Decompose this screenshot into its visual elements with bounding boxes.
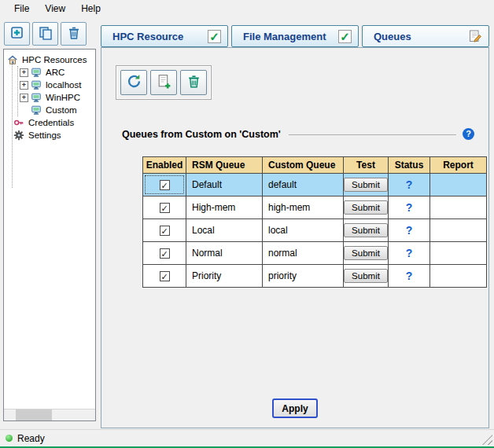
- status-bar: Ready: [0, 429, 494, 446]
- resource-tree-panel: HPC Resources ARC: [3, 49, 96, 421]
- submit-button[interactable]: Submit: [344, 269, 388, 283]
- menu-help[interactable]: Help: [73, 0, 109, 19]
- submit-button[interactable]: Submit: [344, 178, 388, 192]
- cluster-icon: [31, 92, 42, 103]
- table-row[interactable]: High-mem high-mem Submit ?: [143, 196, 487, 219]
- custom-queue-cell[interactable]: default: [263, 174, 344, 196]
- tab-hpc-resource[interactable]: HPC Resource ✓: [101, 25, 228, 47]
- enabled-checkbox[interactable]: [160, 203, 170, 213]
- enabled-cell: [143, 265, 186, 288]
- enabled-checkbox[interactable]: [160, 226, 170, 236]
- custom-queue-cell[interactable]: priority: [263, 265, 344, 288]
- enabled-checkbox[interactable]: [160, 180, 170, 190]
- add-queue-button[interactable]: [150, 70, 177, 95]
- scrollbar-thumb[interactable]: [16, 409, 52, 420]
- delete-queue-button[interactable]: [180, 70, 207, 95]
- status-unknown-icon: ?: [406, 270, 413, 282]
- table-row[interactable]: Priority priority Submit ?: [143, 265, 487, 288]
- report-cell: [430, 219, 487, 242]
- tree-item-label: Credentials: [27, 118, 76, 127]
- table-row[interactable]: Local local Submit ?: [143, 219, 487, 242]
- tree-item-custom[interactable]: Custom: [20, 104, 94, 116]
- col-header-custom-queue[interactable]: Custom Queue: [263, 157, 344, 174]
- refresh-icon: [126, 73, 142, 92]
- status-cell: ?: [389, 219, 430, 242]
- submit-button[interactable]: Submit: [344, 200, 388, 215]
- resource-toolbar: [4, 22, 87, 46]
- arrow-left-icon: [6, 412, 12, 418]
- tree-horizontal-scrollbar[interactable]: [4, 409, 95, 420]
- add-resource-button[interactable]: [4, 22, 30, 46]
- table-row[interactable]: Default default Submit ?: [143, 174, 487, 196]
- apply-button[interactable]: Apply: [272, 398, 318, 418]
- tree-children: ARC localhost: [17, 66, 94, 116]
- tab-bar: HPC Resource ✓ File Management ✓ Queues: [101, 25, 489, 47]
- arrow-right-icon: [87, 412, 94, 418]
- expand-plus-icon[interactable]: [20, 81, 28, 90]
- menu-bar: File View Help: [0, 0, 494, 19]
- resource-tree: HPC Resources ARC: [4, 50, 95, 143]
- scroll-left-button[interactable]: [4, 409, 16, 420]
- queues-toolbar: [116, 65, 212, 100]
- test-cell: Submit: [344, 242, 389, 265]
- tab-label: Queues: [374, 31, 411, 42]
- enabled-cell: [143, 196, 186, 219]
- tree-item-label: Settings: [27, 130, 63, 140]
- tree-item-localhost[interactable]: localhost: [20, 79, 94, 91]
- expand-plus-icon[interactable]: [20, 68, 28, 77]
- col-header-report[interactable]: Report: [430, 157, 487, 174]
- check-icon: ✓: [338, 30, 352, 43]
- enabled-cell: [143, 242, 186, 265]
- status-cell: ?: [389, 265, 430, 288]
- tree-item-arc[interactable]: ARC: [20, 66, 94, 79]
- scroll-right-button[interactable]: [83, 409, 95, 420]
- help-icon[interactable]: ?: [463, 128, 474, 140]
- edit-page-icon: [468, 29, 482, 43]
- col-header-rsm-queue[interactable]: RSM Queue: [186, 157, 263, 174]
- tab-file-management[interactable]: File Management ✓: [231, 25, 359, 47]
- custom-queue-cell[interactable]: high-mem: [263, 196, 344, 219]
- status-ready-icon: [6, 435, 13, 442]
- status-unknown-icon: ?: [406, 201, 413, 214]
- col-header-enabled[interactable]: Enabled: [143, 157, 186, 174]
- menu-view[interactable]: View: [37, 0, 73, 19]
- tree-item-winhpc[interactable]: WinHPC: [20, 91, 94, 104]
- cluster-icon: [31, 67, 42, 78]
- delete-resource-button[interactable]: [61, 22, 87, 46]
- copy-resource-button[interactable]: [32, 22, 58, 46]
- tab-queues[interactable]: Queues: [362, 25, 489, 47]
- custom-queue-cell[interactable]: local: [263, 219, 344, 242]
- report-cell: [430, 174, 487, 196]
- tree-item-settings[interactable]: Settings: [13, 129, 94, 141]
- table-row[interactable]: Normal normal Submit ?: [143, 242, 487, 265]
- rsm-queue-cell: Default: [186, 174, 263, 196]
- key-icon: [13, 117, 24, 128]
- custom-queue-cell[interactable]: normal: [263, 242, 344, 265]
- status-cell: ?: [389, 174, 430, 196]
- report-cell: [430, 196, 487, 219]
- trash-icon: [186, 73, 202, 92]
- col-header-status[interactable]: Status: [389, 157, 430, 174]
- rsm-queue-cell: Priority: [186, 265, 263, 288]
- expand-plus-icon[interactable]: [20, 94, 28, 102]
- trash-icon: [66, 25, 82, 43]
- enabled-cell: [143, 219, 186, 242]
- enabled-checkbox[interactable]: [160, 248, 170, 259]
- col-header-test[interactable]: Test: [344, 157, 389, 174]
- submit-button[interactable]: Submit: [344, 223, 388, 237]
- tree-item-label: ARC: [44, 68, 66, 77]
- section-title: Queues from Custom on 'Custom': [122, 129, 281, 140]
- check-icon: ✓: [208, 30, 221, 43]
- status-unknown-icon: ?: [406, 247, 413, 259]
- enabled-checkbox[interactable]: [160, 271, 170, 281]
- refresh-queues-button[interactable]: [120, 70, 147, 95]
- resize-grip[interactable]: [482, 435, 492, 445]
- table-header-row: Enabled RSM Queue Custom Queue Test Stat…: [143, 157, 487, 174]
- rsm-queue-cell: Normal: [186, 242, 263, 265]
- scrollbar-track[interactable]: [16, 409, 83, 420]
- tree-item-hpc-resources[interactable]: HPC Resources: [7, 53, 94, 66]
- menu-file[interactable]: File: [6, 0, 37, 19]
- tree-item-credentials[interactable]: Credentials: [13, 116, 94, 129]
- tree-connector-line: [12, 61, 13, 188]
- submit-button[interactable]: Submit: [344, 246, 388, 260]
